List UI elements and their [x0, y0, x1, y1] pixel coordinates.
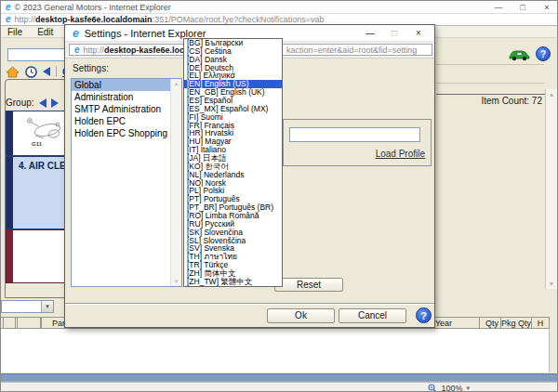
- language-option[interactable]: [EN] English (US): [184, 80, 282, 88]
- language-option[interactable]: [DA] Dansk: [184, 56, 282, 64]
- menu-file[interactable]: File: [7, 27, 22, 37]
- language-option[interactable]: [SV] Svenska: [184, 244, 282, 253]
- group-navigator: Group:: [6, 98, 59, 108]
- back-arrow-icon[interactable]: [43, 67, 50, 76]
- language-option[interactable]: [HU] Magyar: [184, 137, 282, 146]
- language-option[interactable]: [HR] Hrvatski: [184, 129, 282, 137]
- settings-category-item[interactable]: Holden EPC Shopping List: [72, 127, 181, 139]
- url-prefix: http://: [15, 15, 36, 24]
- profile-input[interactable]: [289, 127, 420, 142]
- language-option[interactable]: [RU] Русский: [184, 220, 282, 229]
- table-header-qty[interactable]: Qty: [479, 317, 501, 329]
- ie-logo-icon: e: [6, 3, 11, 12]
- menu-edit[interactable]: Edit: [37, 27, 53, 37]
- language-option[interactable]: [KO] 한국어: [184, 163, 282, 171]
- language-option[interactable]: [DE] Deutsch: [184, 64, 282, 72]
- cancel-button[interactable]: Cancel: [339, 308, 406, 323]
- language-option[interactable]: [PL] Polski: [184, 187, 282, 195]
- table-header-blank2[interactable]: [17, 317, 41, 329]
- language-option[interactable]: [ZH_TW] 繁體中文: [184, 278, 282, 286]
- language-option[interactable]: [CS] Čeština: [184, 47, 282, 56]
- panel-divider: [436, 83, 544, 84]
- language-option[interactable]: [NL] Nederlands: [184, 171, 282, 179]
- ok-button[interactable]: Ok: [267, 308, 335, 323]
- group-prev-icon[interactable]: [39, 98, 46, 108]
- help-icon[interactable]: ?: [536, 46, 551, 61]
- dialog-help-icon[interactable]: ?: [416, 307, 432, 323]
- reset-button[interactable]: Reset: [274, 278, 343, 292]
- selected-part-index-strip: [7, 157, 13, 229]
- panel-divider: [436, 64, 544, 65]
- scroll-down-icon[interactable]: ▼: [174, 279, 179, 284]
- thumbnail-caption: G11: [32, 141, 42, 147]
- settings-category-item[interactable]: SMTP Administration: [72, 103, 181, 115]
- language-option[interactable]: [NO] Norsk: [184, 179, 282, 188]
- settings-close-button[interactable]: ×: [406, 28, 431, 38]
- scroll-down-icon[interactable]: ▼: [549, 281, 555, 287]
- language-option[interactable]: [FR] Français: [184, 122, 282, 130]
- clock-icon[interactable]: [25, 66, 37, 78]
- ie-favicon: e: [6, 15, 11, 24]
- settings-category-list[interactable]: ▲ ▼ GlobalAdministrationSMTP Administrat…: [71, 78, 182, 287]
- language-option[interactable]: [ES_MX] Español (MX): [184, 105, 282, 113]
- zoom-dropdown-icon[interactable]: ▾: [466, 385, 470, 392]
- settings-category-item[interactable]: Administration: [72, 91, 181, 103]
- zoom-magnifier-icon[interactable]: [428, 384, 437, 392]
- group-label: Group:: [6, 98, 34, 108]
- settings-label: Settings:: [73, 63, 109, 73]
- language-option[interactable]: [RO] Limba Română: [184, 212, 282, 220]
- table-header-pkgqty[interactable]: Pkg Qty: [500, 317, 532, 329]
- settings-category-item[interactable]: Holden EPC: [72, 115, 181, 127]
- dialog-divider: [65, 303, 434, 305]
- language-option[interactable]: [SL] Slovenščina: [184, 237, 282, 245]
- language-option[interactable]: [TH] ภาษาไทย: [184, 253, 282, 261]
- ie-favicon: e: [74, 46, 80, 55]
- language-option[interactable]: [JA] 日本語: [184, 154, 282, 163]
- item-count-label: Item Count: 72: [436, 96, 542, 106]
- language-option[interactable]: [BG] Български: [184, 39, 282, 47]
- language-option[interactable]: [TR] Türkçe: [184, 261, 282, 269]
- combo-value: [2, 301, 4, 312]
- home-icon[interactable]: [6, 66, 20, 78]
- bottom-combobox[interactable]: ▼: [1, 300, 54, 313]
- settings-window-title: Settings - Internet Explorer: [85, 28, 206, 39]
- language-option[interactable]: [ZH] 简体中文: [184, 269, 282, 278]
- settings-maximize-button[interactable]: □: [382, 28, 406, 38]
- minimize-button[interactable]: —: [486, 3, 511, 12]
- table-header-h[interactable]: H: [531, 317, 550, 329]
- group-next-icon[interactable]: [51, 98, 59, 108]
- main-titlebar: e © 2023 General Motors - Internet Explo…: [1, 1, 558, 14]
- parts-table-body[interactable]: [1, 329, 550, 372]
- url-domain: desktop-kasfe6e.localdomain: [35, 15, 153, 24]
- list-scrollbar[interactable]: ▲ ▼: [170, 79, 181, 286]
- ie-favicon: e: [73, 29, 79, 38]
- language-option[interactable]: [EL] Ελληνικά: [184, 72, 282, 80]
- main-window-title: © 2023 General Motors - Internet Explore…: [15, 3, 171, 12]
- profile-groupbox: Load Profile: [283, 119, 432, 166]
- table-header-blank1[interactable]: [3, 317, 16, 329]
- url-path: :351/POMace/root.fye?checkNotifications=…: [153, 15, 325, 24]
- language-option[interactable]: [EN_GB] English (UK): [184, 88, 282, 97]
- language-option[interactable]: [IT] Italiano: [184, 146, 282, 154]
- language-option[interactable]: [PT] Português: [184, 195, 282, 203]
- scroll-up-icon[interactable]: ▲: [174, 81, 179, 86]
- load-profile-link[interactable]: Load Profile: [376, 149, 425, 159]
- language-option[interactable]: [ES] Español: [184, 97, 282, 105]
- language-option[interactable]: [SK] Slovenčina: [184, 229, 282, 237]
- scroll-up-icon[interactable]: ▲: [549, 91, 555, 98]
- search-input[interactable]: [7, 48, 66, 61]
- language-option[interactable]: [FI] Suomi: [184, 113, 282, 122]
- language-dropdown-list[interactable]: [BG] Български[CS] Čeština[DA] Dansk[DE]…: [183, 38, 283, 287]
- thumbnail-index-strip-maroon: [7, 230, 13, 282]
- settings-minimize-button[interactable]: —: [358, 28, 382, 38]
- settings-category-item[interactable]: Global: [72, 79, 181, 91]
- close-button[interactable]: ×: [535, 3, 558, 12]
- vehicle-icon[interactable]: [509, 47, 530, 61]
- chevron-down-icon[interactable]: ▼: [41, 301, 53, 312]
- settings-url-query: kaction=enter&aid=root&fid=setting: [286, 46, 417, 55]
- vertical-scrollbar[interactable]: ▲ ▼: [545, 89, 557, 289]
- zoom-level[interactable]: 100%: [441, 384, 462, 392]
- maximize-button[interactable]: □: [511, 3, 535, 12]
- language-option[interactable]: [PT_BR] Português (BR): [184, 203, 282, 212]
- horizontal-scrollbar[interactable]: [1, 373, 558, 382]
